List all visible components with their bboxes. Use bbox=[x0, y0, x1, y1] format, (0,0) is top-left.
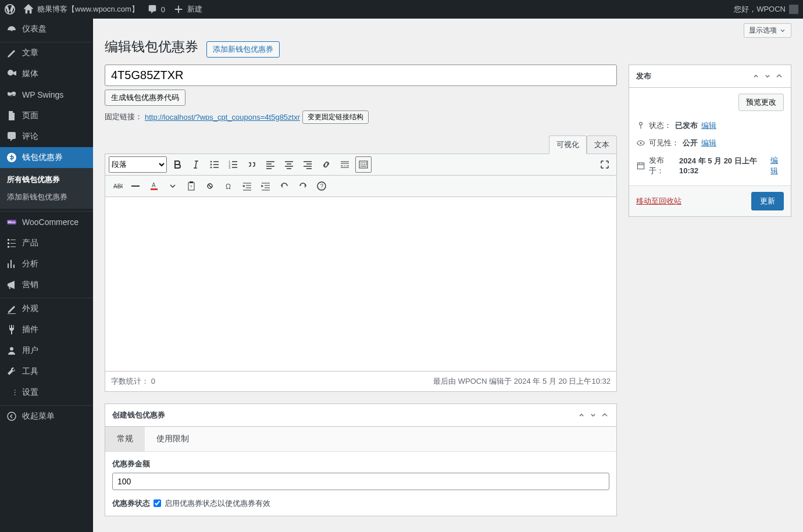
coupon-status-checkbox[interactable] bbox=[154, 499, 161, 507]
menu-posts[interactable]: 文章 bbox=[0, 42, 93, 63]
menu-dashboard[interactable]: 仪表盘 bbox=[0, 19, 93, 40]
menu-comments[interactable]: 评论 bbox=[0, 126, 93, 147]
tab-visual[interactable]: 可视化 bbox=[549, 135, 587, 154]
undo-icon[interactable] bbox=[276, 178, 292, 194]
site-name-link[interactable]: 糖果博客【www.wpocn.com】 bbox=[23, 4, 139, 15]
menu-appearance[interactable]: 外观 bbox=[0, 298, 93, 319]
menu-users[interactable]: 用户 bbox=[0, 340, 93, 361]
menu-settings[interactable]: 设置 bbox=[0, 382, 93, 403]
svg-point-4 bbox=[10, 347, 13, 351]
italic-icon[interactable] bbox=[188, 156, 204, 173]
trash-link[interactable]: 移动至回收站 bbox=[636, 196, 681, 206]
published-date: 2024 年 5 月 20 日上午 10:32 bbox=[679, 156, 767, 175]
preview-button[interactable]: 预览更改 bbox=[738, 94, 784, 111]
chevron-down-icon[interactable] bbox=[763, 72, 772, 81]
svg-text:A: A bbox=[152, 182, 156, 188]
menu-pages[interactable]: 页面 bbox=[0, 105, 93, 126]
pin-icon bbox=[636, 121, 645, 130]
svg-rect-15 bbox=[151, 188, 158, 190]
permalink-label: 固定链接： bbox=[105, 112, 142, 122]
chevron-up-icon[interactable] bbox=[577, 410, 586, 420]
redo-icon[interactable] bbox=[295, 178, 311, 194]
svg-rect-24 bbox=[637, 163, 644, 169]
editor-toolbar-row2: ABC A T Ω ? bbox=[105, 176, 617, 197]
menu-media[interactable]: 媒体 bbox=[0, 63, 93, 84]
toggle-panel-icon[interactable] bbox=[600, 410, 609, 420]
svg-point-23 bbox=[640, 142, 641, 144]
edit-visibility-link[interactable]: 编辑 bbox=[701, 138, 716, 148]
align-right-icon[interactable] bbox=[299, 156, 316, 173]
screen-options-toggle[interactable]: 显示选项 bbox=[744, 23, 791, 38]
edit-status-link[interactable]: 编辑 bbox=[701, 120, 716, 131]
svg-text:Woo: Woo bbox=[8, 220, 16, 224]
format-select[interactable]: 段落 bbox=[109, 156, 167, 173]
fullscreen-icon[interactable] bbox=[597, 156, 613, 173]
user-greeting[interactable]: 您好，WPOCN bbox=[734, 4, 798, 15]
avatar bbox=[789, 5, 798, 14]
outdent-icon[interactable] bbox=[239, 178, 255, 194]
svg-text:ABC: ABC bbox=[113, 183, 123, 190]
strikethrough-icon[interactable]: ABC bbox=[109, 178, 125, 194]
new-content-link[interactable]: 新建 bbox=[173, 4, 202, 15]
word-count: 字数统计： 0 bbox=[111, 376, 155, 387]
home-icon bbox=[23, 4, 34, 15]
visibility-value: 公开 bbox=[683, 138, 698, 148]
publish-title: 发布 bbox=[636, 71, 651, 81]
text-color-icon[interactable]: A bbox=[146, 178, 162, 194]
menu-wallet-coupons[interactable]: 钱包优惠券 bbox=[0, 147, 93, 168]
svg-point-0 bbox=[11, 30, 13, 31]
menu-plugins[interactable]: 插件 bbox=[0, 319, 93, 340]
comments-link[interactable]: 0 bbox=[147, 4, 165, 15]
new-label: 新建 bbox=[187, 4, 202, 15]
editor-content[interactable] bbox=[105, 197, 617, 372]
submenu-all-coupons[interactable]: 所有钱包优惠券 bbox=[0, 171, 93, 188]
svg-rect-17 bbox=[190, 181, 193, 183]
tab-general[interactable]: 常规 bbox=[105, 427, 145, 451]
svg-text:T: T bbox=[190, 185, 192, 188]
add-new-button[interactable]: 添加新钱包优惠券 bbox=[206, 41, 280, 58]
align-center-icon[interactable] bbox=[281, 156, 297, 173]
menu-marketing[interactable]: 营销 bbox=[0, 274, 93, 295]
help-icon[interactable]: ? bbox=[313, 178, 330, 194]
svg-point-7 bbox=[210, 163, 212, 165]
coupon-status-label: 优惠券状态 bbox=[112, 498, 150, 509]
bold-icon[interactable] bbox=[169, 156, 185, 173]
readmore-icon[interactable] bbox=[337, 156, 353, 173]
bullet-list-icon[interactable] bbox=[206, 156, 223, 173]
chevron-up-icon[interactable] bbox=[751, 72, 761, 81]
tab-text[interactable]: 文本 bbox=[587, 135, 617, 154]
submenu-add-coupon[interactable]: 添加新钱包优惠券 bbox=[0, 188, 93, 206]
svg-point-8 bbox=[210, 166, 212, 168]
special-char-icon[interactable]: Ω bbox=[220, 178, 237, 194]
indent-icon[interactable] bbox=[258, 178, 274, 194]
menu-analytics[interactable]: 分析 bbox=[0, 253, 93, 274]
paste-text-icon[interactable]: T bbox=[183, 178, 199, 194]
align-left-icon[interactable] bbox=[262, 156, 279, 173]
tab-usage-limit[interactable]: 使用限制 bbox=[145, 427, 201, 451]
toolbar-toggle-icon[interactable] bbox=[355, 156, 372, 173]
clear-format-icon[interactable] bbox=[202, 178, 218, 194]
quote-icon[interactable] bbox=[244, 156, 260, 173]
toggle-panel-icon[interactable] bbox=[775, 72, 784, 81]
chevron-down-icon[interactable] bbox=[588, 410, 598, 420]
post-title-input[interactable] bbox=[105, 65, 617, 86]
generate-code-button[interactable]: 生成钱包优惠券代码 bbox=[105, 90, 185, 106]
calendar-icon bbox=[636, 161, 645, 170]
wp-logo[interactable] bbox=[5, 4, 15, 15]
menu-collapse[interactable]: 收起菜单 bbox=[0, 406, 93, 427]
menu-products[interactable]: 产品 bbox=[0, 233, 93, 253]
menu-tools[interactable]: 工具 bbox=[0, 361, 93, 382]
numbered-list-icon[interactable]: 123 bbox=[225, 156, 241, 173]
menu-woocommerce[interactable]: WooWooCommerce bbox=[0, 212, 93, 233]
update-button[interactable]: 更新 bbox=[751, 192, 784, 210]
hr-icon[interactable] bbox=[127, 178, 144, 194]
edit-permalink-button[interactable]: 变更固定链接结构 bbox=[302, 110, 369, 124]
menu-wpswings[interactable]: WP Swings bbox=[0, 84, 93, 105]
edit-date-link[interactable]: 编辑 bbox=[770, 155, 784, 176]
chevron-down-icon[interactable] bbox=[165, 178, 181, 194]
coupon-amount-input[interactable] bbox=[112, 473, 609, 490]
svg-text:?: ? bbox=[320, 183, 324, 190]
chevron-down-icon bbox=[779, 27, 786, 34]
permalink-url[interactable]: http://localhost/?wps_cpt_coupons=4t5g85… bbox=[145, 113, 300, 122]
link-icon[interactable] bbox=[318, 156, 334, 173]
